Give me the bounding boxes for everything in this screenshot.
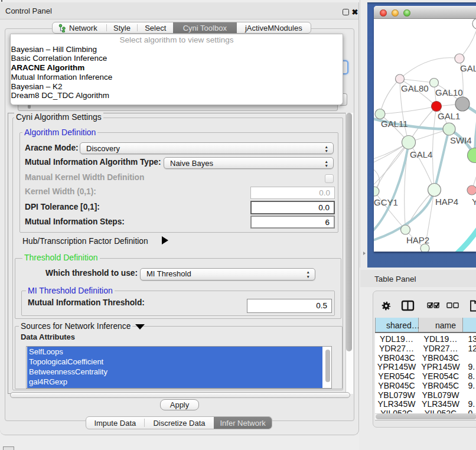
- svg-text:SWI4: SWI4: [450, 135, 472, 145]
- svg-text:HAP2: HAP2: [406, 235, 429, 245]
- svg-text:Y: Y: [472, 197, 476, 207]
- svg-text:GAL11: GAL11: [381, 119, 408, 129]
- svg-text:GAL80: GAL80: [401, 83, 429, 93]
- svg-text:GAL1: GAL1: [438, 111, 460, 121]
- svg-text:GAL10: GAL10: [435, 87, 463, 97]
- svg-text:GAL7: GAL7: [460, 63, 476, 73]
- svg-text:GAL4: GAL4: [410, 149, 432, 159]
- svg-text:HAP4: HAP4: [435, 197, 458, 207]
- svg-text:GCY1: GCY1: [374, 197, 398, 207]
